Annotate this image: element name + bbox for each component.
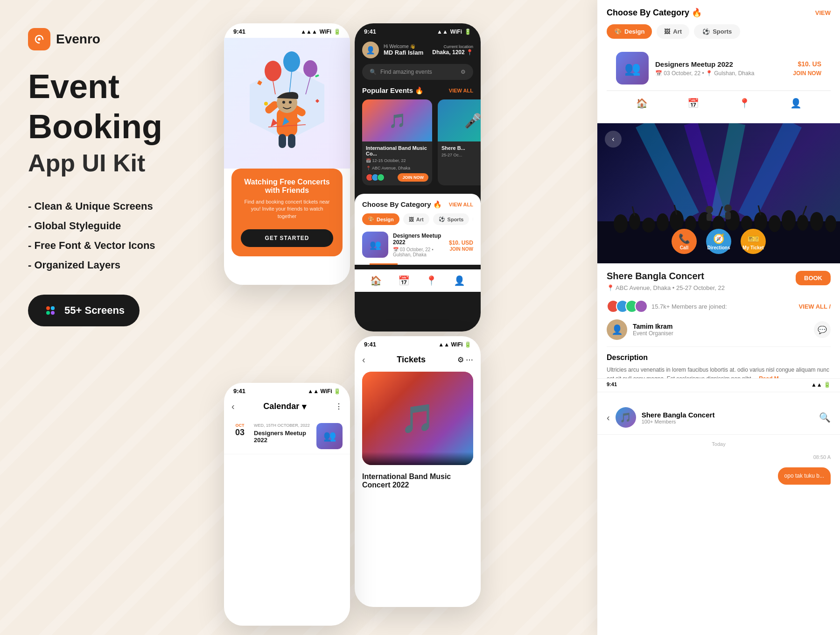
cat-sports[interactable]: ⚽ Sports bbox=[433, 213, 469, 225]
members-avatars bbox=[366, 174, 385, 181]
ticket-options[interactable]: ⚙ ⋯ bbox=[457, 355, 473, 364]
view-all-link[interactable]: VIEW ALL bbox=[449, 88, 473, 93]
chat-back-arrow[interactable]: ‹ bbox=[607, 412, 610, 423]
calendar-options[interactable]: ⋮ bbox=[335, 402, 343, 411]
app-logo-icon bbox=[28, 28, 50, 50]
svg-line-31 bbox=[719, 123, 737, 217]
members-row: 15.7k+ Members are joined: VIEW ALL / bbox=[607, 300, 831, 313]
onboarding-illustration bbox=[224, 38, 350, 169]
cal-event-img: 👥 bbox=[316, 423, 343, 449]
back-arrow-tickets[interactable]: ‹ bbox=[362, 354, 365, 365]
svg-point-11 bbox=[303, 60, 317, 77]
search-bar[interactable]: 🔍 Find amazing events ⚙ bbox=[362, 64, 473, 80]
svg-point-46 bbox=[782, 210, 796, 231]
right-nav-home[interactable]: 🏠 bbox=[636, 98, 648, 109]
chat-date-label: Today bbox=[607, 441, 831, 447]
call-button[interactable]: 📞 Call bbox=[672, 229, 697, 254]
chat-avatar: 🎵 bbox=[616, 407, 636, 428]
right-section-header: Choose By Category 🔥 VIEW bbox=[607, 7, 831, 18]
my-ticket-button[interactable]: 🎫 My Ticket bbox=[741, 229, 766, 254]
tickets-header: ‹ Tickets ⚙ ⋯ bbox=[355, 351, 481, 372]
chat-status-bar: 9:41 ▲▲ 🔋 bbox=[597, 379, 840, 391]
screens-count: 55+ Screens bbox=[64, 304, 125, 317]
chip-art[interactable]: 🖼 Art bbox=[657, 24, 689, 39]
svg-point-0 bbox=[38, 38, 41, 41]
right-bottom-nav: 🏠 📅 📍 👤 bbox=[607, 91, 831, 115]
event-list-info-1: Designers Meetup 2022 📅 03 October, 22 •… bbox=[393, 233, 444, 257]
event-image-2: 🎤 bbox=[438, 99, 481, 141]
calendar-event-item[interactable]: OCT 03 WED, 15TH OCTOBER, 2022 Designers… bbox=[224, 418, 350, 454]
category-header: Choose By Category 🔥 VIEW ALL bbox=[362, 200, 473, 213]
ticket-event-title: International Band Music Concert 2022 bbox=[362, 473, 473, 489]
onboarding-card: Watching Free Concerts with Friends Find… bbox=[231, 169, 343, 256]
mem-4 bbox=[635, 300, 648, 313]
chip-sports[interactable]: ⚽ Sports bbox=[694, 24, 740, 39]
feature-1: - Clean & Unique Screens bbox=[28, 200, 205, 212]
calendar-title[interactable]: Calendar ▾ bbox=[263, 402, 306, 412]
svg-point-48 bbox=[810, 212, 823, 231]
event-image-1: 🎵 bbox=[362, 99, 432, 141]
directions-button[interactable]: 🧭 Directions bbox=[706, 229, 731, 254]
chat-messages: Today 08:50 A opo tak tuku b... bbox=[597, 435, 840, 491]
hero-subtitle: App UI Kit bbox=[28, 149, 205, 177]
cat-design[interactable]: 🎨 Design bbox=[362, 213, 399, 225]
chip-design[interactable]: 🎨 Design bbox=[607, 24, 652, 39]
members-stack bbox=[607, 300, 648, 313]
ticket-overlay bbox=[362, 452, 473, 465]
feature-2: - Global Styleguide bbox=[28, 220, 205, 232]
right-category-chips: 🎨 Design 🖼 Art ⚽ Sports bbox=[607, 24, 831, 39]
svg-point-2 bbox=[46, 306, 50, 310]
cat-view-all[interactable]: VIEW ALL bbox=[449, 202, 473, 207]
event-info-2: Shere B... 25-27 Oc... bbox=[438, 141, 481, 164]
chat-search-icon[interactable]: 🔍 bbox=[819, 412, 831, 423]
right-category-title: Choose By Category 🔥 bbox=[607, 7, 702, 18]
design-icon: 🎨 bbox=[368, 216, 374, 222]
right-nav-location[interactable]: 📍 bbox=[739, 98, 750, 109]
svg-point-24 bbox=[289, 101, 292, 104]
nav-location[interactable]: 📍 bbox=[426, 275, 437, 286]
event-card-1[interactable]: 🎵 International Band Music Co... 📅 12-15… bbox=[362, 99, 432, 185]
event-list-item-1[interactable]: 👥 Designers Meetup 2022 📅 03 October, 22… bbox=[362, 232, 473, 258]
screens-badge[interactable]: 55+ Screens bbox=[28, 295, 140, 326]
loc-icon: 📍 bbox=[366, 166, 371, 170]
popular-title: Popular Events 🔥 bbox=[362, 86, 424, 95]
organizer-message-icon[interactable]: 💬 bbox=[814, 321, 831, 338]
calendar-header: ‹ Calendar ▾ ⋮ bbox=[224, 397, 350, 418]
concert-info: Shere Bangla Concert 📍 ABC Avenue, Dhaka… bbox=[597, 263, 840, 391]
get-started-button[interactable]: GET STARTED bbox=[241, 229, 333, 247]
svg-rect-1 bbox=[43, 303, 58, 318]
right-view-link[interactable]: VIEW bbox=[815, 9, 831, 16]
book-now-button[interactable]: BOOK bbox=[796, 271, 831, 285]
chat-title-row: ‹ 🎵 Shere Bangla Concert 100+ Members 🔍 bbox=[597, 392, 840, 435]
svg-line-54 bbox=[803, 206, 806, 216]
join-button-1[interactable]: JOIN NOW bbox=[398, 173, 428, 182]
back-arrow-cal[interactable]: ‹ bbox=[231, 401, 235, 412]
svg-marker-26 bbox=[271, 119, 278, 127]
art-icon: 🖼 bbox=[409, 217, 414, 222]
chat-message-1: opo tak tuku b... bbox=[607, 467, 831, 485]
right-event-item[interactable]: 👥 Designers Meetup 2022 📅 03 October, 22… bbox=[607, 46, 831, 91]
svg-point-23 bbox=[282, 101, 285, 104]
feature-4: - Organized Layers bbox=[28, 259, 205, 271]
cat-art[interactable]: 🖼 Art bbox=[403, 213, 429, 225]
filter-icon[interactable]: ⚙ bbox=[461, 69, 466, 75]
event-card-2[interactable]: 🎤 Shere B... 25-27 Oc... bbox=[438, 99, 481, 185]
hero-title-line2: Booking bbox=[28, 109, 205, 145]
right-nav-calendar[interactable]: 📅 bbox=[687, 98, 699, 109]
nav-home[interactable]: 🏠 bbox=[370, 275, 382, 286]
ticket-icon: 🎫 bbox=[748, 233, 759, 244]
chevron-down-icon: ▾ bbox=[302, 402, 306, 412]
left-panel: Evenro Event Booking App UI Kit - Clean … bbox=[28, 28, 205, 326]
location-value: Dhaka, 1202 📍 bbox=[432, 49, 473, 56]
svg-rect-13 bbox=[257, 80, 262, 85]
user-details: Hi Welcome 👋 MD Rafi Islam bbox=[384, 44, 423, 56]
right-nav-profile[interactable]: 👤 bbox=[790, 98, 802, 109]
cat-more[interactable]: 🎵 Mo... bbox=[473, 213, 473, 225]
svg-line-10 bbox=[289, 72, 292, 94]
chat-bubble-1: opo tak tuku b... bbox=[778, 467, 831, 485]
nav-calendar[interactable]: 📅 bbox=[398, 275, 410, 286]
svg-point-15 bbox=[264, 102, 268, 106]
nav-profile[interactable]: 👤 bbox=[454, 275, 465, 286]
phone-home: 9:41 ▲▲WiFi🔋 👤 Hi Welcome 👋 MD Rafi Isla… bbox=[355, 23, 481, 332]
concert-back-button[interactable]: ‹ bbox=[605, 131, 622, 148]
